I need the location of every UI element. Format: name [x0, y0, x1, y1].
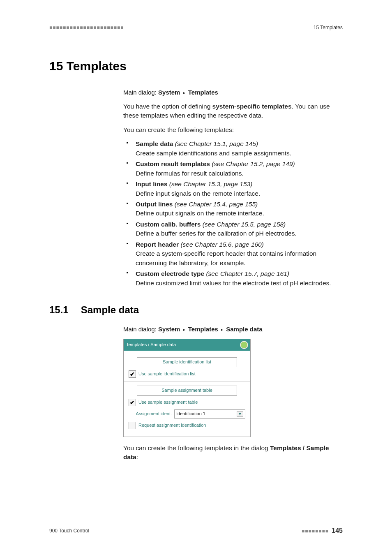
text-run: : — [136, 453, 138, 460]
breadcrumb-part: System — [158, 89, 180, 96]
list-item-ref: (see Chapter 15.7, page 161) — [206, 270, 289, 277]
templates-list: Sample data (see Chapter 15.1, page 145)… — [123, 139, 343, 288]
checkbox-label: Use sample assignment table — [138, 399, 198, 406]
use-sample-assignment-table-row: ✔ Use sample assignment table — [129, 399, 245, 406]
header-dots: ■■■■■■■■■■■■■■■■■■■■■■ — [49, 25, 124, 30]
checkbox-label: Use sample identification list — [138, 371, 196, 377]
list-item: Custom electrode type (see Chapter 15.7,… — [131, 269, 343, 288]
breadcrumb-part: Sample data — [226, 326, 262, 333]
triangle-icon: ▸ — [183, 90, 185, 96]
list-item-title: Sample data — [136, 140, 173, 147]
list-item-desc: Define output signals on the remote inte… — [136, 209, 343, 218]
list-item-desc: Create sample identifications and sample… — [136, 149, 343, 158]
assignment-ident-label: Assignment ident. — [129, 411, 172, 417]
list-item-desc: Create a system-specific report header t… — [136, 249, 343, 268]
sample-assignment-table-button[interactable]: Sample assignment table — [137, 386, 237, 395]
section-title: Sample data — [81, 304, 139, 316]
list-item-title: Report header — [136, 241, 179, 248]
list-item-title: Custom electrode type — [136, 270, 204, 277]
chapter-title: 15 Templates — [49, 59, 343, 73]
request-assignment-identification-row: ✔ Request assignment identification — [129, 422, 245, 429]
section-number: 15.1 — [49, 304, 69, 316]
list-item-desc: Define a buffer series for the calibrati… — [136, 229, 343, 238]
intro-paragraph: You have the option of defining system-s… — [123, 102, 343, 120]
footer-right: ■■■■■■■■ 145 — [302, 527, 343, 534]
list-item-desc: Define formulas for result calculations. — [136, 169, 343, 178]
use-sample-identification-list-row: ✔ Use sample identification list — [129, 370, 245, 378]
list-item-title: Output lines — [136, 201, 173, 208]
list-item-ref: (see Chapter 15.5, page 158) — [203, 221, 286, 228]
outro-paragraph: You can create the following templates i… — [123, 444, 343, 462]
list-item-ref: (see Chapter 15.6, page 160) — [180, 241, 264, 248]
sample-identification-list-button[interactable]: Sample identification list — [137, 357, 237, 367]
breadcrumb-prefix: Main dialog: — [123, 89, 158, 96]
footer-product: 900 Touch Control — [49, 528, 89, 534]
assignment-ident-row: Assignment ident. Identification 1 ▼ — [129, 409, 245, 419]
list-item-title: Input lines — [136, 180, 168, 187]
dialog-screenshot: Templates / Sample data Sample identific… — [123, 339, 251, 437]
list-item-ref: (see Chapter 15.4, page 155) — [175, 201, 258, 208]
footer-page-number: 145 — [332, 527, 343, 534]
page-footer: 900 Touch Control ■■■■■■■■ 145 — [49, 527, 343, 534]
list-item-title: Custom calib. buffers — [136, 221, 201, 228]
breadcrumb-part: Templates — [188, 89, 218, 96]
content-block-2: Main dialog: System ▸ Templates ▸ Sample… — [123, 325, 343, 462]
checkbox-label: Request assignment identification — [138, 422, 206, 429]
dialog-titlebar: Templates / Sample data — [124, 339, 250, 351]
list-item: Custom calib. buffers (see Chapter 15.5,… — [131, 220, 343, 238]
content-block: Main dialog: System ▸ Templates You have… — [123, 88, 343, 288]
section-heading: 15.1 Sample data — [49, 304, 343, 316]
breadcrumb-prefix: Main dialog: — [123, 326, 158, 333]
list-item-ref: (see Chapter 15.1, page 145) — [175, 140, 258, 147]
chevron-down-icon[interactable]: ▼ — [237, 411, 243, 417]
triangle-icon: ▸ — [221, 327, 223, 333]
text-bold: system-specific templates — [212, 103, 292, 110]
intro-paragraph-2: You can create the following templates: — [123, 125, 343, 134]
list-item: Output lines (see Chapter 15.4, page 155… — [131, 200, 343, 218]
page-header: ■■■■■■■■■■■■■■■■■■■■■■ 15 Templates — [49, 25, 343, 30]
dialog-body: Sample identification list ✔ Use sample … — [124, 351, 250, 437]
list-item-desc: Define customized limit values for the e… — [136, 279, 343, 288]
breadcrumb-part: Templates — [188, 326, 218, 333]
use-sample-assignment-table-checkbox[interactable]: ✔ — [129, 399, 136, 406]
select-value: Identification 1 — [176, 411, 205, 417]
list-item-title: Custom result templates — [136, 160, 210, 167]
use-sample-identification-list-checkbox[interactable]: ✔ — [129, 370, 136, 378]
header-section-label: 15 Templates — [314, 25, 343, 30]
text-run: You can create the following templates i… — [123, 444, 270, 451]
assignment-ident-select[interactable]: Identification 1 ▼ — [174, 409, 245, 419]
list-item: Report header (see Chapter 15.6, page 16… — [131, 240, 343, 268]
divider — [124, 381, 250, 382]
breadcrumb: Main dialog: System ▸ Templates ▸ Sample… — [123, 325, 343, 334]
breadcrumb: Main dialog: System ▸ Templates — [123, 88, 343, 97]
list-item-ref: (see Chapter 15.3, page 153) — [169, 180, 253, 187]
list-item: Sample data (see Chapter 15.1, page 145)… — [131, 139, 343, 158]
text-run: You have the option of defining — [123, 103, 212, 110]
request-assignment-identification-checkbox[interactable]: ✔ — [129, 422, 136, 429]
list-item-desc: Define input signals on the remote inter… — [136, 189, 343, 198]
triangle-icon: ▸ — [183, 327, 185, 333]
list-item-ref: (see Chapter 15.2, page 149) — [212, 160, 295, 167]
dialog-title: Templates / Sample data — [126, 342, 176, 348]
help-icon[interactable] — [240, 341, 248, 349]
footer-dots: ■■■■■■■■ — [302, 528, 329, 534]
list-item: Custom result templates (see Chapter 15.… — [131, 160, 343, 178]
list-item: Input lines (see Chapter 15.3, page 153)… — [131, 180, 343, 198]
breadcrumb-part: System — [158, 326, 180, 333]
